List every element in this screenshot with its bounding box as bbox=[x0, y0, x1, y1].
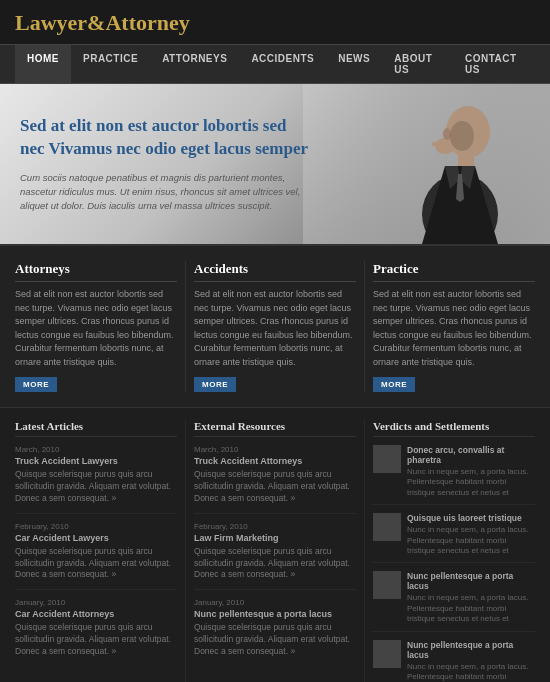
header: Lawyer&Attorney bbox=[0, 0, 550, 44]
svg-point-10 bbox=[443, 128, 451, 140]
verdict-thumb bbox=[373, 640, 401, 668]
hero-content: Sed at elit non est auctor lobortis sed … bbox=[0, 95, 330, 234]
nav-news[interactable]: NEWS bbox=[326, 45, 382, 83]
svg-rect-2 bbox=[458, 152, 474, 166]
accidents-heading: Accidents bbox=[194, 261, 356, 282]
article-item: February, 2010 Law Firm Marketing Quisqu… bbox=[194, 522, 356, 591]
verdict-desc: Nunc in neque sem, a porta lacus. Pellen… bbox=[407, 662, 535, 682]
verdict-item: Nunc pellentesque a porta lacus Nunc in … bbox=[373, 571, 535, 631]
article-text: Quisque scelerisque purus quis arcu soll… bbox=[194, 469, 356, 505]
verdict-item: Nunc pellentesque a porta lacus Nunc in … bbox=[373, 640, 535, 682]
attorneys-more-btn[interactable]: MORE bbox=[15, 377, 57, 392]
title-ampersand: & bbox=[87, 10, 105, 35]
attorneys-heading: Attorneys bbox=[15, 261, 177, 282]
three-cols-section: Attorneys Sed at elit non est auctor lob… bbox=[0, 244, 550, 407]
article-date: February, 2010 bbox=[194, 522, 356, 531]
hero-heading: Sed at elit non est auctor lobortis sed … bbox=[20, 115, 310, 161]
nav-practice[interactable]: PRACTICE bbox=[71, 45, 150, 83]
hero-person-illustration bbox=[390, 84, 530, 244]
verdict-item: Quisque uis laoreet tristique Nunc in ne… bbox=[373, 513, 535, 563]
article-text: Quisque scelerisque purus quis arcu soll… bbox=[15, 469, 177, 505]
latest-articles-heading: Latest Articles bbox=[15, 420, 177, 437]
verdicts-col: Verdicts and Settlements Donec arcu, con… bbox=[365, 420, 535, 682]
verdict-title: Nunc pellentesque a porta lacus bbox=[407, 571, 535, 591]
verdict-title: Quisque uis laoreet tristique bbox=[407, 513, 535, 523]
article-title: Car Accident Attorneys bbox=[15, 609, 177, 619]
verdict-item: Donec arcu, convallis at pharetra Nunc i… bbox=[373, 445, 535, 505]
verdict-text: Donec arcu, convallis at pharetra Nunc i… bbox=[407, 445, 535, 498]
svg-point-11 bbox=[450, 121, 474, 151]
article-date: January, 2010 bbox=[15, 598, 177, 607]
svg-rect-9 bbox=[432, 142, 445, 146]
external-resources-heading: External Resources bbox=[194, 420, 356, 437]
article-item: February, 2010 Car Accident Lawyers Quis… bbox=[15, 522, 177, 591]
hero-section: Sed at elit non est auctor lobortis sed … bbox=[0, 84, 550, 244]
accidents-body: Sed at elit non est auctor lobortis sed … bbox=[194, 288, 356, 369]
article-text: Quisque scelerisque purus quis arcu soll… bbox=[15, 546, 177, 582]
nav-about[interactable]: ABOUT US bbox=[382, 45, 453, 83]
verdict-thumb bbox=[373, 513, 401, 541]
article-title: Car Accident Lawyers bbox=[15, 533, 177, 543]
bottom-cols-section: Latest Articles March, 2010 Truck Accide… bbox=[0, 407, 550, 682]
main-nav: HOME PRACTICE ATTORNEYS ACCIDENTS NEWS A… bbox=[0, 44, 550, 84]
external-resources-col: External Resources March, 2010 Truck Acc… bbox=[186, 420, 365, 682]
verdict-thumb bbox=[373, 571, 401, 599]
article-text: Quisque scelerisque purus quis arcu soll… bbox=[194, 622, 356, 658]
title-part1: Lawyer bbox=[15, 10, 87, 35]
verdict-title: Nunc pellentesque a porta lacus bbox=[407, 640, 535, 660]
article-text: Quisque scelerisque purus quis arcu soll… bbox=[194, 546, 356, 582]
article-item: January, 2010 Car Accident Attorneys Qui… bbox=[15, 598, 177, 666]
article-title: Law Firm Marketing bbox=[194, 533, 356, 543]
article-title: Truck Accident Lawyers bbox=[15, 456, 177, 466]
nav-attorneys[interactable]: ATTORNEYS bbox=[150, 45, 239, 83]
article-item: March, 2010 Truck Accident Lawyers Quisq… bbox=[15, 445, 177, 514]
article-date: March, 2010 bbox=[194, 445, 356, 454]
article-item: March, 2010 Truck Accident Attorneys Qui… bbox=[194, 445, 356, 514]
verdict-thumb bbox=[373, 445, 401, 473]
hero-image bbox=[303, 84, 551, 244]
verdict-desc: Nunc in neque sem, a porta lacus. Pellen… bbox=[407, 467, 535, 498]
verdict-desc: Nunc in neque sem, a porta lacus. Pellen… bbox=[407, 593, 535, 624]
verdicts-heading: Verdicts and Settlements bbox=[373, 420, 535, 437]
nav-accidents[interactable]: ACCIDENTS bbox=[239, 45, 326, 83]
nav-home[interactable]: HOME bbox=[15, 45, 71, 83]
practice-more-btn[interactable]: MORE bbox=[373, 377, 415, 392]
article-date: March, 2010 bbox=[15, 445, 177, 454]
attorneys-body: Sed at elit non est auctor lobortis sed … bbox=[15, 288, 177, 369]
practice-col: Practice Sed at elit non est auctor lobo… bbox=[365, 261, 535, 392]
latest-articles-col: Latest Articles March, 2010 Truck Accide… bbox=[15, 420, 186, 682]
article-date: January, 2010 bbox=[194, 598, 356, 607]
verdict-text: Nunc pellentesque a porta lacus Nunc in … bbox=[407, 640, 535, 682]
accidents-more-btn[interactable]: MORE bbox=[194, 377, 236, 392]
article-item: January, 2010 Nunc pellentesque a porta … bbox=[194, 598, 356, 666]
verdict-text: Nunc pellentesque a porta lacus Nunc in … bbox=[407, 571, 535, 624]
attorneys-col: Attorneys Sed at elit non est auctor lob… bbox=[15, 261, 186, 392]
verdict-title: Donec arcu, convallis at pharetra bbox=[407, 445, 535, 465]
hero-body: Cum sociis natoque penatibus et magnis d… bbox=[20, 171, 310, 214]
article-text: Quisque scelerisque purus quis arcu soll… bbox=[15, 622, 177, 658]
nav-contact[interactable]: CONTACT US bbox=[453, 45, 535, 83]
practice-body: Sed at elit non est auctor lobortis sed … bbox=[373, 288, 535, 369]
accidents-col: Accidents Sed at elit non est auctor lob… bbox=[186, 261, 365, 392]
verdict-desc: Nunc in neque sem, a porta lacus. Pellen… bbox=[407, 525, 535, 556]
article-title: Nunc pellentesque a porta lacus bbox=[194, 609, 356, 619]
article-title: Truck Accident Attorneys bbox=[194, 456, 356, 466]
article-date: February, 2010 bbox=[15, 522, 177, 531]
verdict-text: Quisque uis laoreet tristique Nunc in ne… bbox=[407, 513, 535, 556]
site-title: Lawyer&Attorney bbox=[15, 10, 190, 36]
title-part2: Attorney bbox=[105, 10, 189, 35]
practice-heading: Practice bbox=[373, 261, 535, 282]
